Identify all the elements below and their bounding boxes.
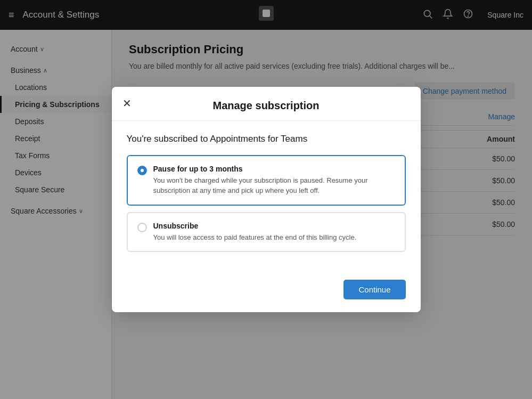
unsubscribe-radio[interactable] bbox=[137, 223, 147, 232]
pause-option-card[interactable]: Pause for up to 3 months You won't be ch… bbox=[127, 155, 406, 206]
pause-option-label: Pause for up to 3 months bbox=[153, 165, 395, 173]
modal-subtitle: You're subscribed to Appointments for Te… bbox=[127, 134, 406, 144]
unsubscribe-option-card[interactable]: Unsubscribe You will lose access to paid… bbox=[127, 212, 406, 253]
modal-overlay[interactable]: ✕ Manage subscription You're subscribed … bbox=[0, 0, 532, 399]
continue-button[interactable]: Continue bbox=[343, 280, 405, 299]
modal-body: You're subscribed to Appointments for Te… bbox=[112, 121, 421, 272]
modal-close-button[interactable]: ✕ bbox=[122, 98, 132, 109]
unsubscribe-option-desc: You will lose access to paid features at… bbox=[153, 232, 357, 243]
unsubscribe-option-text: Unsubscribe You will lose access to paid… bbox=[153, 222, 357, 243]
modal-title: Manage subscription bbox=[127, 100, 406, 112]
pause-radio[interactable] bbox=[137, 166, 147, 175]
pause-option-text: Pause for up to 3 months You won't be ch… bbox=[153, 165, 395, 196]
modal-footer: Continue bbox=[112, 271, 421, 312]
manage-subscription-modal: ✕ Manage subscription You're subscribed … bbox=[112, 87, 421, 313]
unsubscribe-option-label: Unsubscribe bbox=[153, 222, 357, 230]
pause-option-desc: You won't be charged while your subscrip… bbox=[153, 175, 395, 196]
modal-header: ✕ Manage subscription bbox=[112, 87, 421, 121]
